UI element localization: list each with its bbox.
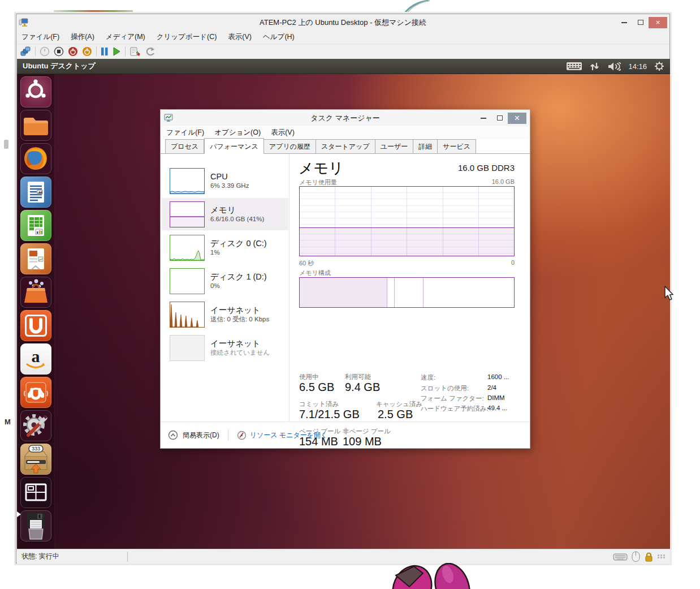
statusbar-separator bbox=[127, 552, 128, 562]
maximize-button[interactable] bbox=[632, 17, 649, 28]
menu-file[interactable]: ファイル(F) bbox=[21, 32, 59, 42]
launcher-item-dash[interactable] bbox=[20, 76, 51, 108]
tab-users[interactable]: ユーザー bbox=[375, 139, 414, 153]
stat-committed-label: コミット済み bbox=[299, 400, 339, 409]
sidebar-item-ethernet2[interactable]: イーサネット 接続されていません bbox=[162, 332, 288, 364]
memory-mini-graph bbox=[170, 201, 205, 227]
sidebar-item-disk0[interactable]: ディスク 0 (C:) 1% bbox=[162, 231, 288, 264]
resume-icon[interactable] bbox=[113, 46, 121, 57]
cpu-mini-graph bbox=[170, 168, 205, 194]
memory-title: メモリ bbox=[299, 158, 344, 178]
tab-details[interactable]: 詳細 bbox=[413, 139, 438, 153]
launcher-item-workspace-switcher[interactable] bbox=[20, 477, 51, 508]
turn-off-icon[interactable] bbox=[54, 46, 64, 57]
composition-divider bbox=[423, 278, 424, 307]
power-disabled-icon[interactable] bbox=[40, 46, 50, 57]
revert-icon[interactable] bbox=[145, 46, 155, 57]
launcher-item-trash[interactable] bbox=[20, 510, 51, 541]
menu-file[interactable]: ファイル(F) bbox=[166, 128, 204, 137]
svg-text:a: a bbox=[31, 347, 40, 366]
launcher-item-software-center[interactable] bbox=[20, 277, 51, 308]
sidebar-item-disk1[interactable]: ディスク 1 (D:) 0% bbox=[162, 265, 288, 297]
mouse-cursor bbox=[663, 286, 675, 302]
menu-clipboard[interactable]: クリップボード(C) bbox=[157, 32, 217, 42]
minimize-button[interactable] bbox=[475, 113, 491, 124]
pause-icon[interactable] bbox=[101, 46, 109, 57]
shut-down-icon[interactable] bbox=[68, 46, 78, 57]
network-indicator-icon[interactable] bbox=[590, 62, 600, 71]
resize-grip[interactable] bbox=[658, 554, 666, 558]
left-edge-artifact bbox=[4, 140, 8, 149]
checkpoint-icon[interactable] bbox=[129, 46, 141, 57]
sidebar-item-memory[interactable]: メモリ 6.6/16.0 GB (41%) bbox=[162, 198, 288, 230]
open-resource-monitor-link[interactable]: リソース モニターを開く bbox=[237, 431, 328, 440]
launcher-item-libreoffice-writer[interactable] bbox=[20, 177, 51, 208]
launcher-item-libreoffice-calc[interactable] bbox=[20, 210, 51, 241]
lock-icon bbox=[644, 552, 654, 562]
memory-capacity: 16.0 GB DDR3 bbox=[458, 163, 515, 173]
stat-available-value: 9.4 GB bbox=[345, 381, 380, 394]
launcher-item-system-settings[interactable] bbox=[20, 410, 51, 441]
menu-help[interactable]: ヘルプ(H) bbox=[263, 32, 295, 42]
memory-usage-label: メモリ使用量 bbox=[299, 178, 337, 187]
close-button[interactable]: × bbox=[649, 17, 667, 28]
ctrl-alt-del-icon[interactable] bbox=[20, 46, 31, 57]
menu-view[interactable]: 表示(V) bbox=[271, 128, 295, 137]
memory-panel: メモリ 16.0 GB DDR3 メモリ使用量 16.0 GB 60 秒 0 メ… bbox=[290, 154, 530, 422]
launcher-item-amazon[interactable]: a bbox=[20, 343, 51, 375]
launcher-item-ubuntu-one-music[interactable] bbox=[20, 377, 51, 408]
stat-cached-label: キャッシュ済み bbox=[376, 400, 422, 409]
stat-in-use-label: 使用中 bbox=[299, 373, 319, 381]
launcher-item-firefox[interactable] bbox=[20, 143, 51, 174]
launcher-running-indicator bbox=[17, 511, 21, 517]
tab-services[interactable]: サービス bbox=[438, 139, 476, 153]
launcher-item-files[interactable] bbox=[20, 110, 51, 141]
maximize-button[interactable] bbox=[491, 113, 508, 124]
composition-divider bbox=[394, 278, 395, 307]
graph-time-span: 60 秒 bbox=[299, 259, 314, 268]
ethernet2-mini-graph bbox=[170, 335, 205, 361]
stat-available-label: 利用可能 bbox=[345, 373, 371, 381]
host-desktop: { "vm_window": { "title": "ATEM-PC2 上の U… bbox=[0, 0, 700, 589]
launcher-item-libreoffice-impress[interactable] bbox=[20, 243, 51, 274]
tab-processes[interactable]: プロセス bbox=[165, 139, 204, 153]
updater-badge: 333 bbox=[31, 446, 40, 452]
reset-icon[interactable] bbox=[82, 46, 92, 57]
launcher-item-ubuntu-one[interactable] bbox=[20, 310, 51, 341]
sidebar-item-cpu[interactable]: CPU 6% 3.39 GHz bbox=[162, 165, 288, 197]
menu-action[interactable]: 操作(A) bbox=[71, 32, 94, 42]
memory-composition-label: メモリ構成 bbox=[299, 269, 331, 277]
composition-in-use-segment bbox=[300, 278, 387, 307]
disk1-mini-graph bbox=[170, 268, 205, 294]
sidebar-item-ethernet1[interactable]: イーサネット 送信: 0 受信: 0 Kbps bbox=[162, 298, 288, 330]
tab-performance[interactable]: パフォーマンス bbox=[204, 138, 264, 154]
collapse-icon bbox=[168, 430, 178, 440]
volume-indicator-icon[interactable] bbox=[607, 62, 621, 71]
minimize-button[interactable] bbox=[616, 17, 632, 28]
detail-hw-reserved-label: ハードウェア予約済み: bbox=[421, 405, 489, 413]
menu-options[interactable]: オプション(O) bbox=[214, 128, 261, 137]
task-manager-footer: 簡易表示(D) リソース モニターを開く bbox=[161, 422, 530, 448]
close-button[interactable]: × bbox=[508, 113, 526, 124]
menu-view[interactable]: 表示(V) bbox=[228, 32, 252, 42]
simple-view-toggle[interactable]: 簡易表示(D) bbox=[168, 430, 219, 440]
launcher-item-software-updater[interactable]: 333 bbox=[20, 444, 51, 475]
graph-time-end: 0 bbox=[511, 259, 515, 266]
performance-sidebar: CPU 6% 3.39 GHz メモリ 6.6/16.0 GB (41%) ディ… bbox=[161, 154, 289, 422]
session-gear-icon[interactable] bbox=[654, 61, 664, 71]
stat-committed-value: 7.1/21.5 GB bbox=[299, 408, 360, 421]
ubuntu-panel-title: Ubuntu デスクトップ bbox=[23, 61, 96, 71]
detail-speed-label: 速度: bbox=[421, 373, 435, 382]
clock[interactable]: 14:16 bbox=[628, 62, 647, 71]
task-manager-titlebar[interactable]: タスク マネージャー × bbox=[161, 110, 530, 126]
vmconnect-titlebar[interactable]: ATEM-PC2 上の Ubuntu Desktop - 仮想マシン接続 × bbox=[16, 14, 669, 31]
memory-usage-graph bbox=[299, 186, 515, 256]
tab-startup[interactable]: スタートアップ bbox=[316, 139, 375, 153]
menu-media[interactable]: メディア(M) bbox=[106, 32, 145, 42]
tab-app-history[interactable]: アプリの履歴 bbox=[264, 139, 316, 153]
stat-in-use-value: 6.5 GB bbox=[299, 381, 334, 394]
task-manager-window: タスク マネージャー × ファイル(F) オプション(O) 表示(V) プロセス… bbox=[160, 109, 530, 449]
keyboard-indicator-icon[interactable] bbox=[566, 62, 582, 71]
mouse-capture-icon bbox=[632, 551, 640, 562]
vm-status-text: 状態: 実行中 bbox=[21, 552, 59, 561]
